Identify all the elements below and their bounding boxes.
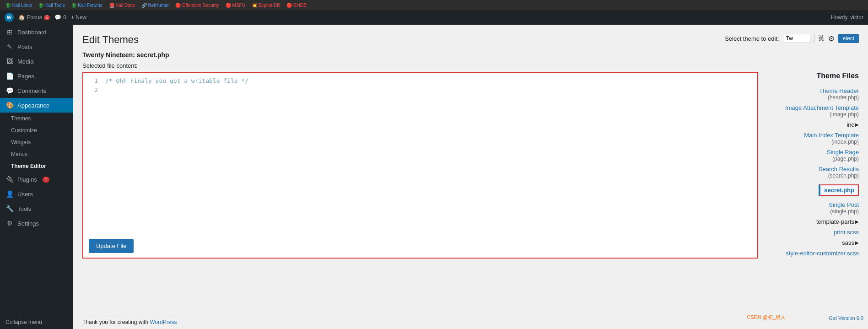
file-item-image-attachment: Image Attachment Template (image.php) [767,102,859,119]
theme-files-panel: Theme Files Theme Header (header.php) Im… [767,72,859,259]
sidebar-item-posts[interactable]: ✎ Posts [0,39,73,54]
folder-arrow-template-parts: ▶ [855,219,859,224]
file-link-single-post[interactable]: Single Post [829,201,859,208]
file-item-style-editor-customizer: style-editor-customizer.scss [767,248,859,259]
sidebar: ⊞ Dashboard ✎ Posts 🖼 Media 📄 Pages 💬 Co… [0,25,73,329]
bookmark-msfu[interactable]: 🔴 MSFU [224,2,247,8]
posts-icon: ✎ [5,43,14,50]
line-number-2: 2 [87,86,98,95]
bookmark-offensive-security[interactable]: 🔴 Offensive Security [173,2,221,8]
admin-bar-new[interactable]: + New [71,14,86,21]
select-theme-button[interactable]: elect [838,34,859,43]
file-sub-header: (header.php) [767,94,859,101]
file-item-secret: secret.php [767,183,859,198]
bookmark-exploit-db[interactable]: 💥 Exploit-DB [250,2,282,8]
update-file-button[interactable]: Update File [89,239,134,253]
code-editor[interactable]: 1 2 /* Ohh Finaly you got a writable fil… [83,73,757,234]
folder-arrow-inc: ▶ [855,122,859,127]
comments-icon: 💬 [5,87,14,94]
file-sub-page: (page.php) [767,156,859,162]
folder-label-sass: sass [842,239,854,246]
sidebar-item-pages[interactable]: 📄 Pages [0,69,73,83]
code-content[interactable]: /* Ohh Finaly you got a writable file */ [102,76,757,230]
bookmark-kali-tools[interactable]: 🐉 Kali Tools [37,2,66,8]
admin-bar-focus[interactable]: 🏠 Focus 5 [18,14,50,21]
file-item-print-scss: print.scss [767,227,859,237]
main-content: Edit Themes Select theme to edit: 英 ⚙ el… [73,25,868,329]
file-sub-search: (search.php) [767,173,859,179]
sidebar-item-plugins[interactable]: 🔌 Plugins 1 [0,172,73,187]
sidebar-item-tools[interactable]: 🔧 Tools [0,201,73,216]
footer-left: Thank you for creating with WordPress [82,319,177,325]
csdn-badge: CSDN @初_星人 [747,314,786,321]
code-editor-wrapper: 1 2 /* Ohh Finaly you got a writable fil… [82,72,758,259]
sidebar-subitem-customize[interactable]: Customize [5,124,73,136]
folder-item-template-parts[interactable]: template-parts ▶ [767,216,859,227]
theme-select-bar: Select theme to edit: 英 ⚙ elect [725,34,859,43]
sidebar-subitem-menus[interactable]: Menus [5,148,73,160]
admin-bar-howdy: Howdy, victor [831,14,863,21]
sidebar-subitem-theme-editor[interactable]: Theme Editor [5,160,73,172]
divider [814,34,814,43]
wp-logo[interactable]: W [5,13,14,22]
file-link-style-editor-customizer[interactable]: style-editor-customizer.scss [786,250,859,257]
line-numbers: 1 2 [83,76,102,230]
folder-item-sass[interactable]: sass ▶ [767,237,859,248]
appearance-icon: 🎨 [5,102,14,109]
file-item-single-post: Single Post (single.php) [767,200,859,216]
file-link-theme-header[interactable]: Theme Header [819,87,859,94]
bookmark-kali-docs[interactable]: 📕 Kali Docs [107,2,137,8]
get-version[interactable]: Get Version 6.0 [829,315,863,321]
file-item-search-results: Search Results (search.php) [767,164,859,181]
file-link-secret[interactable]: secret.php [824,187,854,194]
theme-select-label: Select theme to edit: [725,35,779,42]
file-item-single-page: Single Page (page.php) [767,147,859,164]
admin-bar-comments[interactable]: 💬 0 [54,14,66,21]
folder-item-inc[interactable]: inc ▶ [767,119,859,130]
sidebar-item-settings[interactable]: ⚙ Settings [0,216,73,231]
browser-bar: 🐉 Kali Linux 🐉 Kali Tools 🐉 Kali Forums … [0,0,868,10]
code-line-1: /* Ohh Finaly you got a writable file */ [105,76,754,86]
sidebar-item-comments[interactable]: 💬 Comments [0,83,73,98]
file-link-print-scss[interactable]: print.scss [834,229,859,236]
page-content-area: Edit Themes Select theme to edit: 英 ⚙ el… [73,25,868,315]
bookmark-ghdb[interactable]: 🔴 GHDB [285,2,308,8]
folder-label-template-parts: template-parts [816,218,854,225]
file-link-main-index[interactable]: Main Index Template [804,132,859,139]
plugins-badge: 1 [43,177,50,183]
file-sub-single: (single.php) [767,208,859,215]
sidebar-item-media[interactable]: 🖼 Media [0,54,73,69]
line-number-1: 1 [87,76,98,86]
settings-icon: ⚙ [5,220,14,227]
sidebar-item-users[interactable]: 👤 Users [0,187,73,201]
file-sub-index: (index.php) [767,139,859,145]
page-title: Edit Themes [82,34,139,46]
theme-select-input[interactable] [783,34,810,43]
file-subtitle: Twenty Nineteen: secret.php [82,51,859,59]
sidebar-item-dashboard[interactable]: ⊞ Dashboard [0,25,73,39]
sidebar-subitem-themes[interactable]: Themes [5,113,73,124]
file-link-search-results[interactable]: Search Results [819,166,859,173]
bookmark-nethunter[interactable]: 🔗 NetHunter [140,2,171,8]
folder-arrow-sass: ▶ [855,240,859,245]
users-icon: 👤 [5,190,14,198]
settings-gear-icon[interactable]: ⚙ [828,34,835,43]
plugins-icon: 🔌 [5,176,14,183]
app-container: ⊞ Dashboard ✎ Posts 🖼 Media 📄 Pages 💬 Co… [0,25,868,329]
file-link-image-attachment[interactable]: Image Attachment Template [785,104,859,111]
appearance-submenu: Themes Customize Widgets Menus Theme Edi… [0,113,73,172]
file-link-single-page[interactable]: Single Page [827,149,859,156]
bookmark-kali-forums[interactable]: 🐉 Kali Forums [70,2,104,8]
dashboard-icon: ⊞ [5,28,14,36]
bookmark-kali-linux[interactable]: 🐉 Kali Linux [4,2,34,8]
file-sub-image: (image.php) [767,111,859,118]
sidebar-subitem-widgets[interactable]: Widgets [5,136,73,148]
pages-icon: 📄 [5,72,14,80]
wp-admin-bar: W 🏠 Focus 5 💬 0 + New Howdy, victor [0,10,868,25]
collapse-menu-button[interactable]: Collapse menu [0,315,73,329]
file-item-main-index: Main Index Template (index.php) [767,130,859,147]
tools-icon: 🔧 [5,205,14,212]
footer-wp-link[interactable]: WordPress [150,319,177,325]
file-item-theme-header: Theme Header (header.php) [767,86,859,102]
sidebar-item-appearance[interactable]: 🎨 Appearance [0,98,73,113]
